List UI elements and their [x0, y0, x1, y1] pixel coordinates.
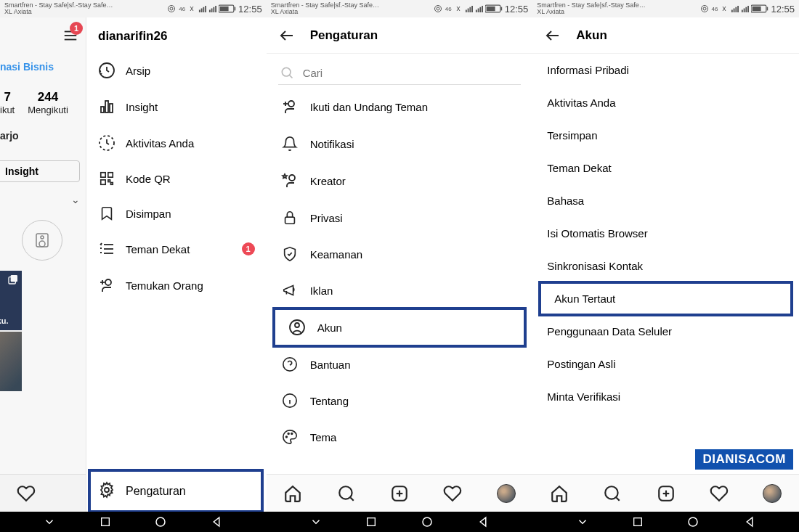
search-input[interactable] — [303, 67, 520, 79]
story-thumbnail-2[interactable] — [0, 332, 22, 391]
search-field[interactable] — [278, 61, 522, 85]
close-friends-badge: 1 — [242, 242, 255, 255]
account-item-personal-info[interactable]: Informasi Pribadi — [532, 54, 799, 86]
svg-rect-33 — [486, 7, 495, 11]
nav-home-icon[interactable] — [421, 515, 434, 528]
nav-recents-icon[interactable] — [100, 516, 111, 528]
settings-item-privacy[interactable]: Privasi — [267, 200, 533, 236]
account-item-browser-autofill[interactable]: Isi Otomatis Browser — [532, 217, 799, 250]
settings-item-creator[interactable]: Kreator — [267, 162, 533, 200]
drawer-item-saved[interactable]: Disimpan — [86, 196, 267, 231]
add-post-icon[interactable] — [657, 484, 676, 503]
drawer-item-settings[interactable]: Pengaturan — [91, 472, 261, 510]
screen-profile-drawer: Smartfren - Stay Safe|sf.-Stay Safe… XL … — [0, 0, 267, 512]
svg-rect-42 — [285, 217, 294, 224]
help-icon — [281, 356, 299, 372]
account-item-contacts-sync[interactable]: Sinkronisasi Kontak — [532, 250, 799, 282]
stat-followers[interactable]: 7 ikut — [0, 90, 15, 115]
heart-icon[interactable] — [710, 484, 729, 503]
nav-expand-icon[interactable] — [576, 515, 589, 528]
watermark: DIANISACOM — [695, 449, 793, 470]
account-item-original-posts[interactable]: Postingan Asli — [532, 348, 799, 380]
status-bar: Smartfren - Stay Safe|sf.-Stay Safe… XL … — [267, 0, 533, 17]
settings-title: Pengaturan — [310, 28, 378, 43]
chevron-down-icon[interactable]: ⌄ — [0, 189, 86, 210]
settings-item-security[interactable]: Keamanan — [267, 236, 533, 272]
bookmark-icon — [98, 205, 115, 221]
nav-home-icon[interactable] — [686, 515, 699, 528]
account-item-linked-accounts[interactable]: Akun Tertaut — [540, 282, 792, 315]
svg-rect-22 — [111, 183, 113, 185]
heart-icon[interactable] — [443, 484, 462, 503]
search-tab-icon[interactable] — [337, 484, 356, 503]
drawer-item-qr[interactable]: Kode QR — [86, 161, 267, 196]
svg-point-10 — [39, 241, 45, 247]
qr-icon — [98, 171, 115, 187]
bell-icon — [281, 136, 299, 152]
insight-button[interactable]: Insight — [0, 160, 80, 182]
settings-item-help[interactable]: Bantuan — [267, 346, 533, 382]
nav-home-icon[interactable] — [154, 515, 167, 528]
svg-point-72 — [423, 517, 431, 526]
close-friends-icon — [98, 240, 115, 258]
heart-icon[interactable] — [17, 484, 36, 503]
story-thumbnail-1[interactable]: Sepinya kampusku. — [0, 271, 22, 330]
settings-item-ads[interactable]: Iklan — [267, 272, 533, 308]
settings-item-about[interactable]: Tentang — [267, 382, 533, 419]
nav-expand-icon[interactable] — [309, 515, 323, 528]
account-item-your-activity[interactable]: Aktivitas Anda — [532, 86, 799, 119]
back-icon[interactable] — [544, 27, 561, 44]
drawer-item-insight[interactable]: Insight — [86, 89, 267, 125]
search-tab-icon[interactable] — [603, 484, 622, 503]
svg-line-65 — [617, 497, 620, 500]
settings-label: Pengaturan — [126, 485, 186, 498]
svg-point-74 — [689, 517, 697, 526]
android-nav-bar — [0, 512, 799, 532]
drawer-item-discover[interactable]: Temukan Orang — [86, 267, 267, 303]
status-text-2: XL Axiata — [4, 9, 113, 15]
svg-point-1 — [169, 6, 175, 12]
home-icon[interactable] — [550, 484, 569, 503]
svg-rect-69 — [101, 518, 109, 526]
account-item-language[interactable]: Bahasa — [532, 184, 799, 217]
svg-point-70 — [156, 517, 165, 526]
svg-point-45 — [283, 358, 296, 371]
nav-recents-icon[interactable] — [365, 516, 377, 528]
drawer-item-close-friends[interactable]: Teman Dekat 1 — [86, 231, 267, 267]
svg-point-51 — [288, 433, 289, 435]
back-icon[interactable] — [278, 27, 296, 44]
add-post-icon[interactable] — [390, 484, 409, 503]
stat-following[interactable]: 244 Mengikuti — [28, 90, 68, 115]
nav-back-icon[interactable] — [210, 515, 223, 528]
add-person-icon — [281, 98, 299, 115]
nav-back-icon[interactable] — [743, 515, 756, 528]
settings-item-account[interactable]: Akun — [274, 308, 526, 346]
story-highlight-add[interactable] — [22, 220, 62, 261]
profile-tab-icon[interactable] — [497, 484, 516, 503]
account-header: Akun — [532, 17, 799, 54]
drawer-item-activity[interactable]: Aktivitas Anda — [86, 125, 267, 161]
account-item-saved[interactable]: Tersimpan — [532, 119, 799, 152]
svg-point-26 — [105, 279, 111, 285]
account-item-close-friends[interactable]: Teman Dekat — [532, 152, 799, 184]
drawer-label: Kode QR — [126, 173, 171, 185]
screen-account: Smartfren - Stay Safe|sf.-Stay Safe… XL … — [532, 0, 799, 512]
account-title: Akun — [576, 28, 607, 43]
account-item-cellular-data[interactable]: Penggunaan Data Seluler — [532, 315, 799, 348]
drawer-label: Temukan Orang — [126, 279, 203, 292]
nav-recents-icon[interactable] — [632, 516, 644, 528]
settings-item-invite[interactable]: Ikuti dan Undang Teman — [267, 88, 533, 126]
nav-back-icon[interactable] — [476, 515, 490, 528]
insight-icon — [98, 98, 115, 115]
drawer-username[interactable]: dianarifin26 — [86, 17, 267, 52]
business-link[interactable]: nasi Bisnis — [0, 54, 86, 80]
shield-icon — [281, 246, 299, 262]
settings-item-theme[interactable]: Tema — [267, 419, 533, 455]
svg-rect-71 — [368, 518, 376, 526]
nav-expand-icon[interactable] — [43, 515, 56, 528]
settings-item-notifications[interactable]: Notifikasi — [267, 126, 533, 162]
drawer-item-archive[interactable]: Arsip — [86, 52, 267, 89]
profile-tab-icon[interactable] — [763, 484, 782, 503]
home-icon[interactable] — [283, 484, 302, 503]
account-item-request-verification[interactable]: Minta Verifikasi — [532, 380, 799, 413]
